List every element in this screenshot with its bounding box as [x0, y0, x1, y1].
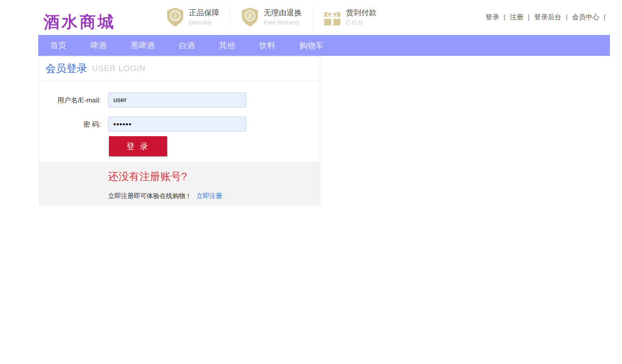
badge-zh-label: 正品保障 — [189, 8, 219, 18]
main-nav: 首页 啤酒 黑啤酒 白酒 其他 饮料 购物车 — [38, 35, 610, 56]
nav-item-drinks[interactable]: 饮料 — [247, 35, 287, 56]
badge-en-label: C.O.D — [346, 19, 376, 26]
login-panel: 会员登录 USER LOGIN 用户名/E-mail: 密 码: 登 录 还没有… — [39, 56, 320, 205]
register-hint-row: 立即注册即可体验在线购物！立即注册 — [108, 192, 222, 200]
site-logo[interactable]: 酒水商城 — [43, 14, 116, 30]
login-submit-button[interactable]: 登 录 — [109, 136, 167, 156]
register-hint: 立即注册即可体验在线购物！ — [108, 192, 192, 199]
nav-item-home[interactable]: 首页 — [38, 35, 78, 56]
shield-returns-icon: 退 — [241, 7, 259, 27]
admin-login-link[interactable]: 登录后台 — [534, 13, 561, 21]
username-input[interactable] — [108, 92, 246, 108]
badge-free-returns: 退 无理由退换 Free Returns — [230, 7, 312, 28]
register-link[interactable]: 注册 — [510, 13, 524, 21]
badge-genuine: 正 正品保障 Genuine — [166, 7, 230, 28]
badge-en-label: Genuine — [189, 19, 219, 26]
badge-zh-label: 无理由退换 — [264, 8, 302, 18]
nav-item-baijiu[interactable]: 白酒 — [167, 35, 207, 56]
gift-cod-icon — [323, 7, 342, 27]
username-label: 用户名/E-mail: — [39, 96, 101, 104]
login-title-en: USER LOGIN — [92, 64, 145, 73]
link-separator: | — [503, 13, 505, 21]
user-links: 登录|注册|登录后台|会员中心| — [485, 12, 610, 22]
nav-item-beer[interactable]: 啤酒 — [78, 35, 119, 56]
page-header: 酒水商城 正 正品保障 Genuine 退 无理由退换 Free Returns — [38, 0, 610, 35]
nav-item-other[interactable]: 其他 — [207, 35, 247, 56]
login-link[interactable]: 登录 — [485, 13, 499, 21]
login-panel-header: 会员登录 USER LOGIN — [39, 57, 320, 81]
member-center-link[interactable]: 会员中心 — [572, 13, 599, 21]
password-label: 密 码: — [39, 121, 101, 129]
register-now-link[interactable]: 立即注册 — [196, 192, 222, 199]
login-title-zh: 会员登录 — [45, 61, 87, 76]
register-prompt: 还没有注册账号? — [108, 170, 187, 184]
link-separator: | — [604, 13, 606, 21]
password-input[interactable] — [108, 117, 246, 132]
trust-badges: 正 正品保障 Genuine 退 无理由退换 Free Returns — [166, 6, 387, 29]
badge-zh-label: 货到付款 — [346, 8, 376, 18]
svg-text:退: 退 — [247, 12, 253, 19]
shield-genuine-icon: 正 — [166, 7, 184, 27]
register-section: 还没有注册账号? 立即注册即可体验在线购物！立即注册 — [39, 162, 320, 205]
badge-en-label: Free Returns — [264, 19, 302, 26]
link-separator: | — [566, 13, 567, 21]
nav-item-cart[interactable]: 购物车 — [287, 35, 336, 56]
link-separator: | — [528, 13, 530, 21]
nav-item-dark-beer[interactable]: 黑啤酒 — [119, 35, 167, 56]
svg-text:正: 正 — [172, 12, 178, 19]
badge-cod: 货到付款 C.O.D — [312, 7, 387, 28]
